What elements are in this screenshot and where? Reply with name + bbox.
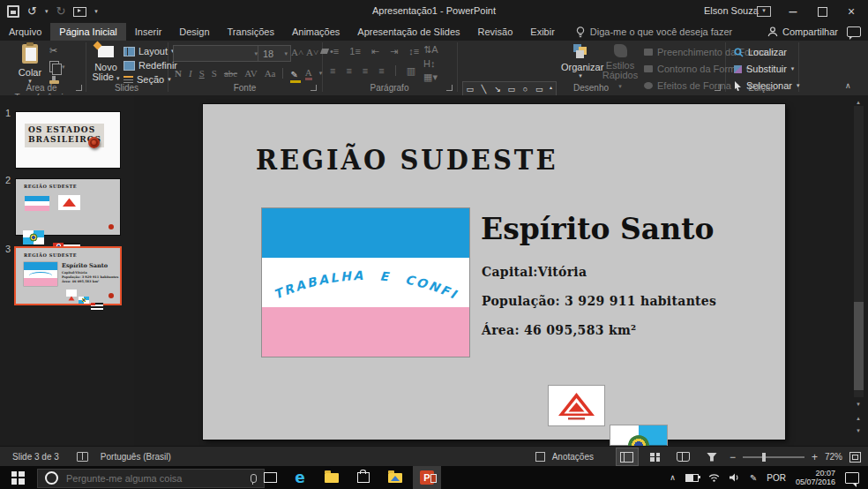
zoom-in-button[interactable]: +	[812, 451, 818, 463]
state-name[interactable]: Espírito Santo	[481, 212, 714, 246]
tray-expand-icon[interactable]: ∧	[670, 473, 676, 482]
arrange-icon	[573, 44, 587, 58]
language-indicator[interactable]: POR	[767, 473, 786, 483]
battery-icon[interactable]	[685, 474, 699, 482]
paragraph-dialog-launcher[interactable]	[446, 85, 453, 91]
close-button[interactable]: ×	[838, 0, 864, 23]
collapse-ribbon-icon[interactable]: ∧	[845, 81, 851, 90]
ribbon-display-options-icon[interactable]: ▾	[757, 6, 771, 17]
cut-icon[interactable]: ✂	[49, 45, 65, 56]
font-size-input[interactable]	[261, 48, 279, 60]
photos-button[interactable]	[381, 466, 409, 489]
font-name-combo[interactable]: ▾	[173, 45, 261, 62]
clipboard-dialog-launcher[interactable]	[76, 85, 82, 91]
font-dialog-launcher[interactable]	[311, 85, 317, 91]
slide-sorter-view-button[interactable]	[645, 448, 666, 465]
windows-taskbar: e P ∧ ✎ POR 20:07 05/07/2016	[0, 466, 868, 489]
tab-revisao[interactable]: Revisão	[469, 23, 522, 41]
replace-button[interactable]: Substituir▾	[734, 64, 800, 74]
thumbnail-1[interactable]: OS ESTADOS BRASILEIROS	[16, 112, 120, 168]
zoom-out-button[interactable]: −	[730, 451, 736, 463]
comments-icon[interactable]	[847, 26, 861, 37]
thumbnail-3-es-flag	[24, 262, 57, 286]
restore-button[interactable]	[809, 0, 835, 23]
reset-button[interactable]: Redefinir	[123, 60, 177, 71]
paste-button[interactable]: Colar ▾	[12, 44, 48, 85]
pen-icon[interactable]: ✎	[750, 473, 757, 483]
new-slide-button[interactable]: Novo Slide ▾	[90, 44, 122, 83]
file-explorer-button[interactable]	[318, 466, 346, 489]
action-center-icon[interactable]	[845, 472, 859, 484]
cortana-icon	[45, 471, 58, 485]
flag-motto-arc: TRABALHA E CONFIA	[262, 258, 469, 307]
tab-apresentacao-de-slides[interactable]: Apresentação de Slides	[348, 23, 468, 41]
drawing-group-label: Desenho	[457, 83, 725, 93]
share-button[interactable]: Compartilhar	[767, 23, 838, 41]
current-slide[interactable]: REGIÃO SUDESTE TRABALHA E CONFIA Espírit…	[203, 104, 785, 440]
slideshow-view-button[interactable]	[701, 448, 722, 465]
user-name[interactable]: Elson Souza	[704, 5, 759, 16]
spellcheck-icon[interactable]	[77, 452, 88, 462]
font-color-icon: A	[305, 67, 312, 80]
drawing-dialog-launcher[interactable]	[715, 85, 721, 91]
area-line[interactable]: Área: 46 095,583 km²	[482, 323, 636, 337]
next-slide-button[interactable]: ▾	[852, 425, 864, 436]
clear-formatting-icon	[320, 49, 329, 54]
capital-line[interactable]: Capital:Vitória	[482, 265, 587, 279]
find-button[interactable]: Localizar	[734, 47, 800, 57]
thumbnail-3-state: Espírito Santo	[62, 262, 108, 269]
taskbar-search-input[interactable]	[64, 472, 244, 485]
wifi-icon[interactable]	[708, 473, 720, 482]
new-slide-label-2: Slide	[92, 71, 113, 82]
edge-button[interactable]: e	[286, 466, 314, 489]
language-status[interactable]: Português (Brasil)	[101, 452, 171, 462]
zoom-level[interactable]: 72%	[825, 452, 842, 462]
espirito-santo-flag[interactable]: TRABALHA E CONFIA	[261, 207, 470, 357]
tab-exibir[interactable]: Exibir	[521, 23, 564, 41]
tab-transicoes[interactable]: Transições	[219, 23, 283, 41]
tab-pagina-inicial[interactable]: Página Inicial	[50, 23, 125, 41]
shape-outline-icon	[644, 65, 653, 72]
reading-view-button[interactable]	[673, 448, 694, 465]
vertical-scrollbar[interactable]	[854, 106, 864, 397]
bullets-icon: •≡	[330, 46, 339, 57]
powerpoint-window: ↺ ▾ ↻ ▾ Apresentação1 - PowerPoint Elson…	[0, 0, 868, 489]
tell-me-box[interactable]: Diga-me o que você deseja fazer	[576, 23, 732, 41]
cortana-search-box[interactable]	[37, 469, 265, 488]
arrange-button[interactable]: Organizar ▾	[561, 44, 600, 79]
minimize-button[interactable]: –	[780, 0, 806, 23]
text-direction-icon: ⇅A	[423, 44, 438, 56]
population-line[interactable]: População: 3 929 911 habitantes	[482, 294, 716, 308]
powerpoint-taskbar-button[interactable]: P	[413, 466, 441, 489]
normal-view-button[interactable]	[617, 448, 638, 465]
task-view-button[interactable]	[256, 466, 284, 489]
thumbnail-1-seal	[88, 137, 100, 148]
scrollbar-down-icon[interactable]: ▾	[852, 399, 864, 410]
tab-arquivo[interactable]: Arquivo	[0, 23, 50, 41]
notes-toggle[interactable]: Anotações	[552, 452, 594, 462]
scrollbar-thumb[interactable]	[854, 302, 864, 390]
tab-inserir[interactable]: Inserir	[126, 23, 171, 41]
layout-button[interactable]: Layout▾	[123, 46, 177, 56]
tab-animacoes[interactable]: Animações	[283, 23, 348, 41]
slide-title[interactable]: REGIÃO SUDESTE	[256, 144, 558, 177]
font-size-combo[interactable]: ▾	[258, 45, 291, 62]
normal-view-icon	[620, 452, 633, 463]
copy-icon[interactable]	[49, 61, 59, 72]
zoom-slider[interactable]	[743, 456, 804, 458]
zoom-slider-thumb[interactable]	[762, 453, 766, 462]
fit-slide-button[interactable]	[849, 452, 861, 463]
thumbnail-3-selected[interactable]: REGIÃO SUDESTE Espírito Santo Capital:Vi…	[16, 248, 120, 304]
align-right-icon: ≡	[363, 65, 368, 77]
smartart-icon: ▦▾	[423, 71, 438, 83]
slide-counter[interactable]: Slide 3 de 3	[12, 452, 59, 462]
thumbnail-2[interactable]: REGIÃO SUDESTE	[16, 179, 120, 235]
tab-design[interactable]: Design	[170, 23, 218, 41]
italic-icon: I	[189, 68, 192, 79]
start-button[interactable]	[0, 466, 35, 489]
minas-gerais-flag[interactable]	[549, 386, 604, 425]
clock[interactable]: 20:07 05/07/2016	[796, 469, 835, 486]
store-button[interactable]	[349, 466, 378, 489]
volume-icon[interactable]	[730, 473, 740, 482]
previous-slide-button[interactable]: ▴	[852, 413, 864, 424]
